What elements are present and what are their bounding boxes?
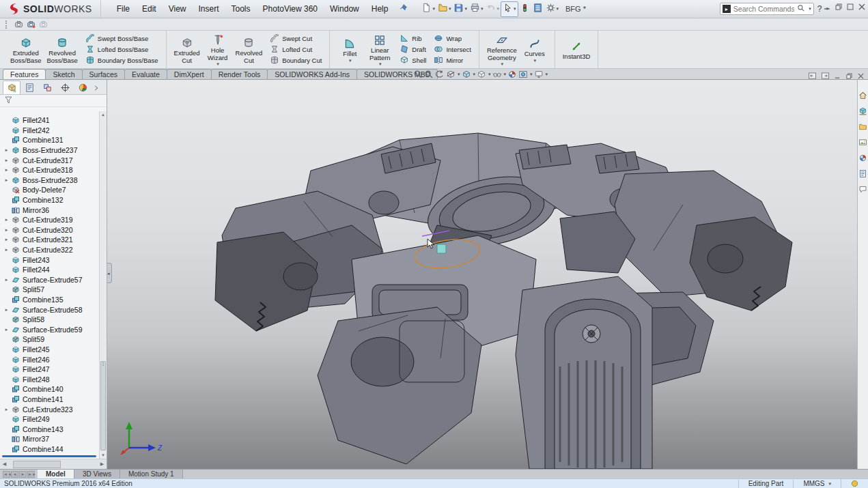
extruded-boss-base-button[interactable]: Extruded Boss/Base [8, 35, 44, 64]
prev-tab-icon[interactable]: ◄ [11, 471, 18, 478]
boundary-cut-button[interactable]: Boundary Cut [267, 55, 324, 66]
curves-button[interactable]: Curves▾ [520, 35, 550, 63]
design-library-icon[interactable] [858, 106, 867, 115]
swept-cut-button[interactable]: Swept Cut [267, 33, 324, 44]
bottom-tab-3d-views[interactable]: 3D Views [74, 470, 120, 478]
instant3d-button[interactable]: Instant3D [560, 38, 593, 60]
panel-tab-configuration-manager[interactable] [38, 81, 56, 94]
dropdown-arrow-icon[interactable]: ▾ [464, 6, 467, 12]
dropdown-arrow-icon[interactable]: ▾ [379, 61, 382, 67]
swept-boss-base-button[interactable]: Swept Boss/Base [83, 33, 161, 44]
tree-item-combine131[interactable]: Combine131 [0, 135, 99, 145]
shell-button[interactable]: Shell [397, 55, 429, 66]
tree-item-combine132[interactable]: Combine132 [0, 195, 99, 205]
maximize-button[interactable] [847, 3, 854, 12]
select-button[interactable]: ▾ [501, 1, 518, 17]
file-properties-button[interactable] [531, 2, 544, 16]
scroll-up-icon[interactable]: ▲ [100, 111, 107, 118]
tree-item-fillet245[interactable]: Fillet245 [0, 345, 99, 355]
dropdown-arrow-icon[interactable]: ▾ [488, 72, 491, 77]
menu-photoview-360[interactable]: PhotoView 360 [257, 2, 324, 16]
expand-arrow-icon[interactable]: ▸ [3, 237, 10, 242]
expand-arrow-icon[interactable]: ▸ [3, 147, 10, 153]
lofted-cut-button[interactable]: Lofted Cut [267, 44, 324, 55]
previous-view-button[interactable] [435, 70, 445, 79]
panel-tab-featuremanager-tree[interactable] [3, 81, 20, 94]
dropdown-arrow-icon[interactable]: ▾ [458, 72, 460, 77]
search-input[interactable] [733, 5, 794, 13]
tree-item-combine143[interactable]: Combine143 [0, 424, 99, 434]
panel-splitter[interactable]: ◂ [107, 263, 112, 283]
panel-tab-dimxpert-manager[interactable] [56, 81, 74, 94]
dropdown-arrow-icon[interactable]: ▾ [557, 6, 559, 12]
rebuild-indicator-button[interactable] [518, 2, 531, 16]
dropdown-arrow-icon[interactable]: ▾ [432, 6, 435, 12]
hole-wizard-button[interactable]: Hole Wizard▾ [203, 32, 233, 67]
open-button[interactable]: ▾ [436, 2, 453, 16]
tree-item-split59[interactable]: Split59 [0, 334, 99, 345]
hide-show-items-button[interactable] [492, 70, 502, 79]
extruded-cut-button[interactable]: Extruded Cut [171, 35, 203, 64]
tree-item-fillet243[interactable]: Fillet243 [0, 255, 99, 265]
display-style-button[interactable] [477, 70, 486, 79]
home-icon[interactable] [858, 91, 867, 100]
menu-file[interactable]: File [111, 2, 136, 16]
dropdown-arrow-icon[interactable]: ▾ [533, 58, 536, 63]
lofted-boss-base-button[interactable]: Lofted Boss/Base [83, 44, 161, 55]
tree-item-boss-extrude237[interactable]: ▸Boss-Extrude237 [0, 145, 99, 156]
scroll-down-icon[interactable]: ▼ [100, 452, 107, 459]
tree-item-fillet241[interactable]: Fillet241 [0, 115, 99, 126]
custom-properties-icon[interactable] [858, 169, 867, 178]
tree-item-combine141[interactable]: Combine141 [0, 394, 99, 405]
dropdown-arrow-icon[interactable]: ▾ [514, 6, 516, 12]
tag-icon[interactable] [841, 479, 868, 488]
menu-window[interactable]: Window [324, 2, 365, 16]
tab-features[interactable]: Features [3, 69, 46, 79]
dropdown-arrow-icon[interactable]: ▾ [530, 72, 533, 77]
search-icon[interactable] [797, 3, 805, 15]
help-button[interactable]: ? [817, 4, 822, 14]
expand-arrow-icon[interactable]: ▸ [3, 177, 10, 183]
units-selector[interactable]: MMGS▾ [793, 479, 841, 488]
tab-render-tools[interactable]: Render Tools [211, 69, 268, 79]
expand-arrow-icon[interactable]: ▸ [3, 407, 10, 412]
stop-record-button[interactable] [39, 20, 48, 29]
tab-sketch[interactable]: Sketch [45, 69, 82, 79]
panel-tab-display-manager[interactable] [74, 81, 92, 94]
tree-item-surface-extrude58[interactable]: ▸Surface-Extrude58 [0, 304, 99, 315]
search-commands-box[interactable]: ▸ ▾ [720, 3, 814, 15]
tab-surfaces[interactable]: Surfaces [82, 69, 125, 79]
record-video-button[interactable] [27, 20, 36, 29]
dropdown-arrow-icon[interactable]: ▾ [216, 61, 219, 67]
menu-help[interactable]: Help [365, 2, 395, 16]
last-tab-icon[interactable]: ►► [27, 471, 35, 478]
tab-evaluate[interactable]: Evaluate [124, 69, 167, 79]
tab-dimxpert[interactable]: DimXpert [167, 69, 212, 79]
toolbar-drag-handle[interactable] [5, 20, 8, 29]
tree-item-fillet242[interactable]: Fillet242 [0, 126, 99, 136]
expand-arrow-icon[interactable]: ▸ [3, 227, 10, 233]
dropdown-arrow-icon[interactable]: ▾ [449, 6, 451, 12]
expand-arrow-icon[interactable]: ▸ [3, 167, 10, 173]
menu-edit[interactable]: Edit [136, 2, 163, 16]
bottom-tab-model[interactable]: Model [38, 470, 74, 478]
intersect-button[interactable]: Intersect [431, 44, 473, 55]
edit-appearance-button[interactable] [507, 70, 517, 79]
tree-item-cut-extrude320[interactable]: ▸Cut-Extrude320 [0, 225, 99, 235]
tree-item-fillet248[interactable]: Fillet248 [0, 374, 99, 384]
dropdown-arrow-icon[interactable]: ▾ [496, 6, 499, 12]
tree-item-cut-extrude323[interactable]: ▸Cut-Extrude323 [0, 404, 99, 414]
appearances-icon[interactable] [858, 154, 867, 162]
tree-item-mirror37[interactable]: Mirror37 [0, 434, 99, 444]
first-tab-icon[interactable]: ◄◄ [3, 471, 10, 478]
vertical-scroll-thumb[interactable] [100, 361, 106, 450]
revolved-cut-button[interactable]: Revolved Cut [233, 35, 266, 64]
tree-item-surface-extrude57[interactable]: ▸Surface-Extrude57 [0, 275, 99, 285]
save-button[interactable]: ▾ [452, 2, 468, 16]
print-button[interactable]: ▾ [468, 2, 485, 16]
new-button[interactable]: ▾ [420, 2, 436, 16]
tree-item-mirror36[interactable]: Mirror36 [0, 205, 99, 215]
close-button[interactable] [858, 3, 865, 12]
file-explorer-icon[interactable] [858, 122, 867, 131]
linear-pattern-button[interactable]: Linear Pattern▾ [365, 32, 395, 67]
